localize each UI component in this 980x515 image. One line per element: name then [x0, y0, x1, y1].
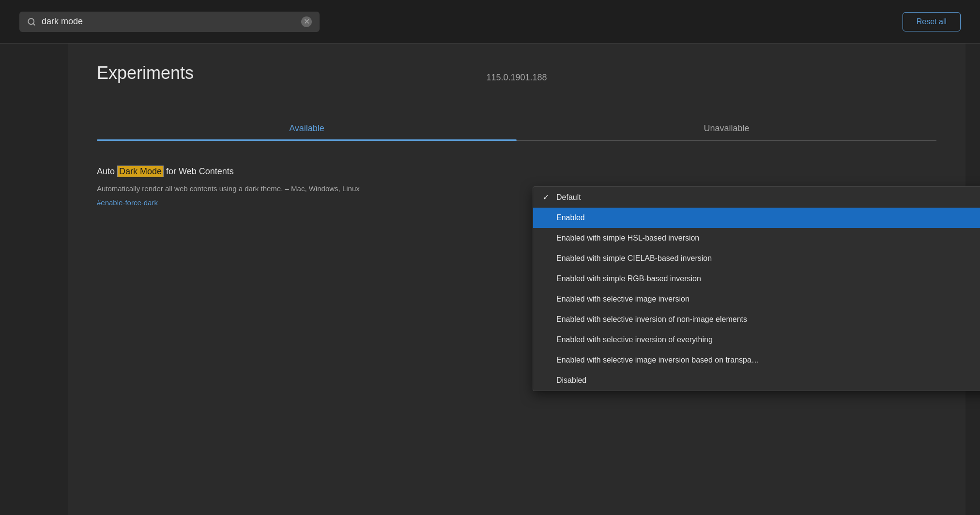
dropdown-item-disabled[interactable]: Disabled — [533, 370, 980, 391]
checkmark-icon: ✓ — [543, 193, 552, 202]
feature-title: Auto Dark Mode for Web Contents — [97, 165, 533, 178]
feature-title-after: for Web Contents — [164, 167, 234, 176]
dropdown-item-label: Enabled with selective image inversion b… — [556, 356, 980, 364]
tabs-container: Available Unavailable — [97, 117, 936, 141]
version-number: 115.0.1901.188 — [486, 73, 547, 83]
feature-title-before: Auto — [97, 167, 117, 176]
feature-item: Auto Dark Mode for Web Contents Automati… — [97, 165, 533, 207]
main-content: Experiments 115.0.1901.188 Available Una… — [0, 44, 980, 515]
tab-available[interactable]: Available — [97, 117, 517, 140]
reset-all-button[interactable]: Reset all — [903, 12, 961, 31]
svg-line-1 — [33, 23, 34, 25]
dropdown-item-label: Default — [556, 193, 980, 202]
top-bar: ✕ Reset all — [0, 0, 980, 44]
search-container: ✕ — [19, 12, 320, 32]
dropdown-item-label: Enabled with selective inversion of non-… — [556, 315, 980, 324]
dropdown-item-selective-non-image[interactable]: Enabled with selective inversion of non-… — [533, 309, 980, 330]
feature-title-highlight: Dark Mode — [117, 166, 164, 177]
dropdown-menu: ✓ Default Enabled Enabled with simple HS… — [533, 186, 980, 391]
search-input[interactable] — [42, 16, 295, 27]
dropdown-item-cielab[interactable]: Enabled with simple CIELAB-based inversi… — [533, 248, 980, 269]
search-icon — [27, 17, 36, 26]
dropdown-item-hsl[interactable]: Enabled with simple HSL-based inversion — [533, 228, 980, 248]
dropdown-item-selective-image-transparency[interactable]: Enabled with selective image inversion b… — [533, 350, 980, 370]
tab-active-underline — [97, 139, 517, 141]
left-sidebar — [0, 44, 68, 515]
dropdown-item-label: Enabled with simple RGB-based inversion — [556, 274, 980, 283]
dropdown-item-default[interactable]: ✓ Default — [533, 187, 980, 208]
content-area: Experiments 115.0.1901.188 Available Una… — [68, 44, 965, 515]
dropdown-item-label: Enabled — [556, 213, 980, 222]
tab-unavailable[interactable]: Unavailable — [517, 117, 936, 140]
dropdown-item-label: Disabled — [556, 376, 980, 385]
dropdown-item-label: Enabled with selective inversion of ever… — [556, 335, 980, 344]
dropdown-item-enabled[interactable]: Enabled — [533, 208, 980, 228]
dropdown-item-label: Enabled with simple CIELAB-based inversi… — [556, 254, 980, 263]
search-clear-button[interactable]: ✕ — [301, 16, 312, 27]
dropdown-item-rgb[interactable]: Enabled with simple RGB-based inversion — [533, 269, 980, 289]
feature-link[interactable]: #enable-force-dark — [97, 198, 158, 207]
feature-description: Automatically render all web contents us… — [97, 183, 533, 195]
dropdown-item-label: Enabled with selective image inversion — [556, 295, 980, 303]
dropdown-item-selective-everything[interactable]: Enabled with selective inversion of ever… — [533, 330, 980, 350]
dropdown-item-selective-image[interactable]: Enabled with selective image inversion — [533, 289, 980, 309]
dropdown-item-label: Enabled with simple HSL-based inversion — [556, 234, 980, 242]
